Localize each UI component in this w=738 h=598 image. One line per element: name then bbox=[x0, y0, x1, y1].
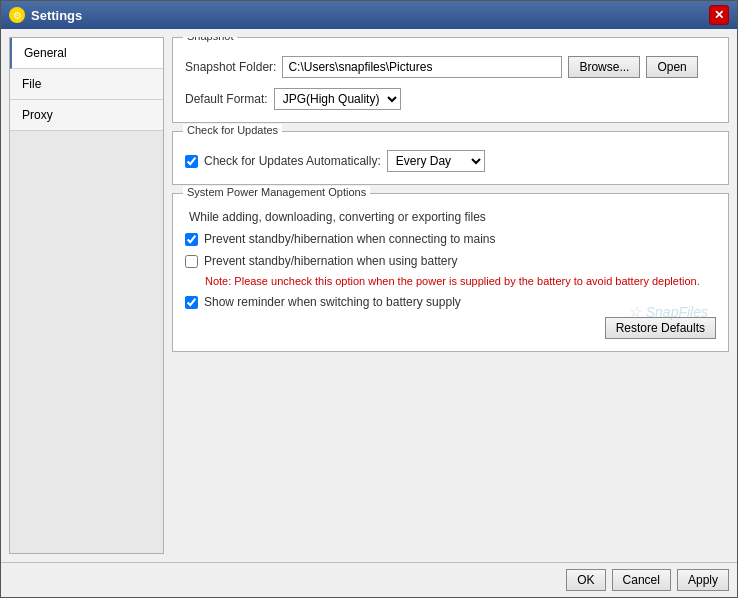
browse-button[interactable]: Browse... bbox=[568, 56, 640, 78]
updates-section: Check for Updates Check for Updates Auto… bbox=[172, 131, 729, 185]
battery-note: Note: Please uncheck this option when th… bbox=[205, 274, 716, 289]
format-dropdown[interactable]: JPG(High Quality) PNG BMP GIF bbox=[274, 88, 401, 110]
content-area: General File Proxy Snapshot Snapshot Fol… bbox=[1, 29, 737, 562]
update-frequency-dropdown[interactable]: Every Day Every Week Every Month Never bbox=[387, 150, 485, 172]
window-title: Settings bbox=[31, 8, 82, 23]
sidebar-item-proxy[interactable]: Proxy bbox=[10, 100, 163, 131]
sidebar: General File Proxy bbox=[9, 37, 164, 554]
power-section: System Power Management Options While ad… bbox=[172, 193, 729, 352]
bottom-bar: OK Cancel Apply bbox=[1, 562, 737, 597]
auto-update-row: Check for Updates Automatically: Every D… bbox=[185, 150, 716, 172]
format-row: Default Format: JPG(High Quality) PNG BM… bbox=[185, 88, 716, 110]
power-description: While adding, downloading, converting or… bbox=[189, 210, 716, 224]
settings-icon: ⚙ bbox=[9, 7, 25, 23]
format-label: Default Format: bbox=[185, 92, 268, 106]
main-panel: Snapshot Snapshot Folder: Browse... Open… bbox=[172, 37, 729, 554]
snapshot-folder-row: Snapshot Folder: Browse... Open bbox=[185, 56, 716, 78]
apply-button[interactable]: Apply bbox=[677, 569, 729, 591]
snapshot-folder-label: Snapshot Folder: bbox=[185, 60, 276, 74]
sidebar-item-general-label: General bbox=[24, 46, 67, 60]
prevent-battery-checkbox[interactable] bbox=[185, 255, 198, 268]
prevent-mains-label: Prevent standby/hibernation when connect… bbox=[204, 232, 496, 246]
prevent-mains-checkbox[interactable] bbox=[185, 233, 198, 246]
ok-button[interactable]: OK bbox=[566, 569, 605, 591]
title-bar-left: ⚙ Settings bbox=[9, 7, 82, 23]
snapshot-folder-input[interactable] bbox=[282, 56, 562, 78]
snapshot-section: Snapshot Snapshot Folder: Browse... Open… bbox=[172, 37, 729, 123]
watermark: ☆ SnapFiles bbox=[628, 303, 708, 321]
open-button[interactable]: Open bbox=[646, 56, 697, 78]
sidebar-item-file[interactable]: File bbox=[10, 69, 163, 100]
close-button[interactable]: ✕ bbox=[709, 5, 729, 25]
cancel-button[interactable]: Cancel bbox=[612, 569, 671, 591]
mains-power-row: Prevent standby/hibernation when connect… bbox=[185, 232, 716, 246]
updates-section-title: Check for Updates bbox=[183, 124, 282, 136]
sidebar-item-file-label: File bbox=[22, 77, 41, 91]
power-section-title: System Power Management Options bbox=[183, 186, 370, 198]
sidebar-item-proxy-label: Proxy bbox=[22, 108, 53, 122]
reminder-checkbox[interactable] bbox=[185, 296, 198, 309]
battery-power-row: Prevent standby/hibernation when using b… bbox=[185, 254, 716, 268]
auto-update-label: Check for Updates Automatically: bbox=[204, 154, 381, 168]
title-bar: ⚙ Settings ✕ bbox=[1, 1, 737, 29]
prevent-battery-label: Prevent standby/hibernation when using b… bbox=[204, 254, 458, 268]
sidebar-item-general[interactable]: General bbox=[10, 38, 163, 69]
settings-window: ⚙ Settings ✕ General File Proxy Snapshot bbox=[0, 0, 738, 598]
snapshot-section-title: Snapshot bbox=[183, 37, 237, 42]
auto-update-checkbox[interactable] bbox=[185, 155, 198, 168]
reminder-label: Show reminder when switching to battery … bbox=[204, 295, 461, 309]
